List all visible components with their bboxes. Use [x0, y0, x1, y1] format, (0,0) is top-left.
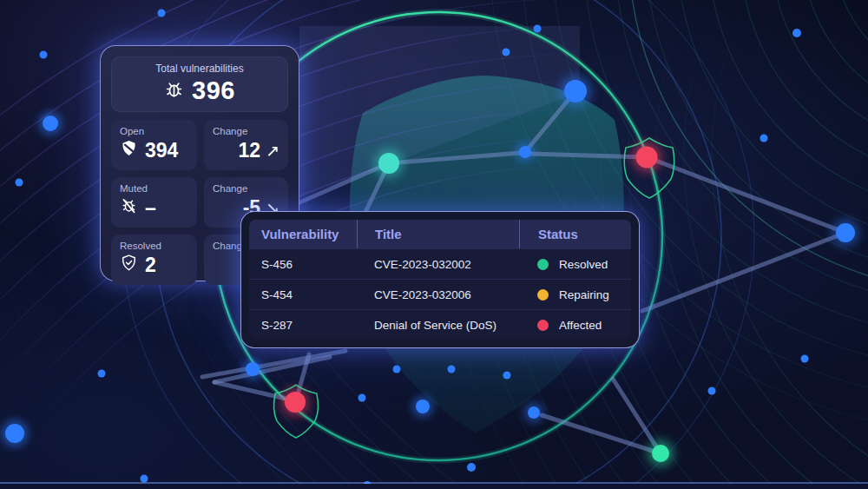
vulnerability-title: Denial of Service (DoS) — [357, 319, 519, 332]
stat-label: Muted — [120, 183, 188, 194]
stat-card-open: Open 394 — [111, 120, 197, 170]
table-row[interactable]: S-456 CVE-2023-032002 Resolved — [249, 248, 631, 279]
table-row[interactable]: S-454 CVE-2023-032006 Repairing — [249, 279, 631, 309]
table-row[interactable]: S-287 Denial of Service (DoS) Affected — [249, 309, 631, 340]
stat-card-muted: Muted – — [111, 177, 197, 228]
column-header-status: Status — [519, 220, 631, 248]
vulnerability-title: CVE-2023-032006 — [357, 288, 519, 301]
status-dot — [537, 320, 549, 331]
stat-value-row: 12 ↗ — [213, 136, 279, 165]
column-header-title: Title — [357, 220, 519, 248]
stat-value-row: 2 — [120, 251, 188, 280]
shield-check-icon — [120, 254, 138, 277]
stat-value: – — [145, 196, 156, 220]
total-vulnerabilities-value: 396 — [192, 76, 235, 105]
status-dot — [537, 289, 549, 301]
stat-label: Change — [213, 183, 279, 194]
vulnerability-title: CVE-2023-032002 — [357, 258, 519, 271]
vulnerability-id: S-454 — [249, 288, 357, 301]
total-vulnerabilities-value-row: 396 — [118, 76, 281, 105]
status-label: Resolved — [559, 258, 608, 271]
arrow-up-right-icon: ↗ — [266, 142, 279, 159]
status-dot — [537, 259, 549, 270]
vulnerability-id: S-456 — [249, 258, 357, 271]
status-cell: Repairing — [519, 288, 631, 301]
vulnerability-table: Vulnerability Title Status S-456 CVE-202… — [249, 220, 631, 340]
stat-value: 394 — [145, 139, 178, 162]
stat-value: 12 — [238, 139, 260, 162]
total-vulnerabilities-card: Total vulnerabilities 396 — [111, 56, 288, 112]
stat-card-resolved: Resolved 2 — [111, 235, 197, 285]
stat-label: Resolved — [120, 241, 188, 251]
vulnerability-table-panel: Vulnerability Title Status S-456 CVE-202… — [240, 211, 640, 348]
stat-label: Change — [213, 126, 279, 136]
stat-card-change-open: Change 12 ↗ — [204, 120, 288, 170]
column-header-vulnerability: Vulnerability — [249, 220, 357, 248]
vulnerability-id: S-287 — [249, 319, 357, 332]
bug-muted-icon — [120, 196, 138, 220]
bottom-strip — [0, 484, 868, 489]
status-cell: Resolved — [519, 258, 631, 271]
bug-icon — [164, 76, 184, 105]
total-vulnerabilities-label: Total vulnerabilities — [118, 63, 281, 75]
stat-label: Open — [120, 126, 188, 136]
status-label: Affected — [559, 319, 602, 332]
stat-value-row: – — [120, 194, 188, 222]
status-label: Repairing — [559, 288, 609, 301]
stat-value-row: 394 — [120, 136, 188, 165]
table-header: Vulnerability Title Status — [249, 220, 631, 248]
shield-slash-icon — [120, 139, 138, 162]
stat-value: 2 — [145, 254, 156, 277]
status-cell: Affected — [519, 319, 631, 332]
